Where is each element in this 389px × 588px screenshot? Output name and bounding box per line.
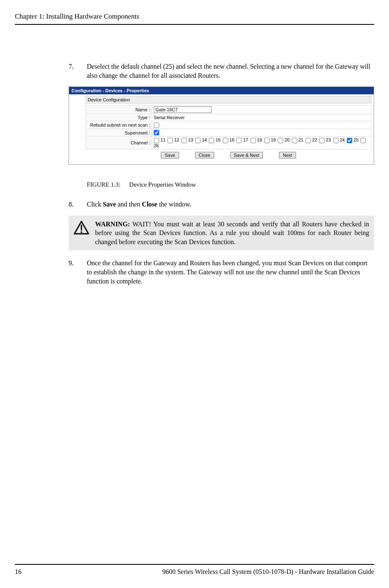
channel-checkbox-25[interactable] <box>347 138 352 143</box>
channel-label: Channel : <box>86 137 152 149</box>
step-number-7: 7. <box>69 62 87 80</box>
name-label: Name : <box>86 106 152 114</box>
channel-option-21[interactable]: 21 <box>292 137 305 142</box>
step-number-8: 8. <box>69 200 87 209</box>
channel-checkbox-18[interactable] <box>251 138 256 143</box>
channel-options: 11 12 13 14 15 16 17 18 19 20 21 22 23 2… <box>152 137 371 149</box>
name-input[interactable] <box>154 106 212 113</box>
step-text-8: Click Save and then Close the window. <box>87 200 374 209</box>
channel-checkbox-23[interactable] <box>319 138 325 143</box>
warning-text: WAIT! You must wait at least 30 seconds … <box>95 221 369 245</box>
channel-checkbox-20[interactable] <box>278 138 283 143</box>
channel-checkbox-14[interactable] <box>195 138 200 143</box>
channel-option-11[interactable]: 11 <box>154 137 167 142</box>
warning-label: WARNING: <box>95 221 130 228</box>
svg-point-2 <box>81 231 82 233</box>
close-button[interactable]: Close <box>195 152 214 158</box>
type-value: Serial Receiver <box>152 114 371 121</box>
channel-option-23[interactable]: 23 <box>319 137 332 142</box>
channel-option-12[interactable]: 12 <box>167 137 180 142</box>
channel-checkbox-17[interactable] <box>236 138 242 143</box>
channel-option-24[interactable]: 24 <box>333 137 346 142</box>
channel-option-20[interactable]: 20 <box>278 137 291 142</box>
device-properties-figure: Configuration - Devices - Properties Dev… <box>69 86 374 165</box>
config-window: Configuration - Devices - Properties Dev… <box>69 86 374 165</box>
save-button[interactable]: Save <box>161 152 179 158</box>
save-next-button[interactable]: Save & Next <box>230 152 263 158</box>
page-footer: 16 9600 Series Wireless Call System (051… <box>15 564 374 576</box>
channel-option-25[interactable]: 25 <box>347 137 360 142</box>
step-number-9: 9. <box>69 259 87 286</box>
channel-option-17[interactable]: 17 <box>236 137 249 142</box>
channel-checkbox-12[interactable] <box>167 138 173 143</box>
properties-table: Name : Type : Serial Receiver Rebuild su… <box>86 105 371 149</box>
rebuild-label: Rebuild subnet on next scan : <box>86 121 152 129</box>
figure-caption: FIGURE 1.3: Device Properties Window <box>69 181 374 188</box>
channel-checkbox-24[interactable] <box>333 138 339 143</box>
supervised-checkbox[interactable] <box>154 130 159 135</box>
channel-option-15[interactable]: 15 <box>209 137 222 142</box>
channel-option-18[interactable]: 18 <box>251 137 263 142</box>
channel-option-13[interactable]: 13 <box>181 137 194 142</box>
warning-icon <box>74 221 89 247</box>
channel-option-16[interactable]: 16 <box>223 137 236 142</box>
channel-option-22[interactable]: 22 <box>305 137 318 142</box>
page-content: 7. Deselect the default channel (25) and… <box>15 62 374 286</box>
channel-checkbox-21[interactable] <box>292 138 297 143</box>
type-label: Type : <box>86 114 152 121</box>
supervised-label: Supervised : <box>86 129 152 137</box>
document-title: 9600 Series Wireless Call System (0510-1… <box>162 568 374 576</box>
warning-callout: WARNING: WAIT! You must wait at least 30… <box>69 216 374 251</box>
channel-checkbox-16[interactable] <box>223 138 228 143</box>
step-text-9: Once the channel for the Gateway and Rou… <box>87 259 374 286</box>
window-titlebar: Configuration - Devices - Properties <box>69 87 374 94</box>
rebuild-checkbox[interactable] <box>154 122 159 128</box>
channel-checkbox-11[interactable] <box>154 138 159 143</box>
page-number: 16 <box>15 568 21 576</box>
figure-title: Device Properties Window <box>129 181 196 188</box>
next-button[interactable]: Next <box>279 152 296 158</box>
channel-checkbox-19[interactable] <box>264 138 270 143</box>
channel-checkbox-15[interactable] <box>209 138 214 143</box>
section-title: Device Configuration <box>86 96 371 103</box>
figure-number: FIGURE 1.3: <box>87 181 120 188</box>
channel-option-14[interactable]: 14 <box>195 137 208 142</box>
channel-checkbox-13[interactable] <box>181 138 187 143</box>
channel-option-19[interactable]: 19 <box>264 137 277 142</box>
chapter-header: Chapter 1: Installing Hardware Component… <box>15 12 374 25</box>
step-text-7: Deselect the default channel (25) and se… <box>87 62 374 80</box>
channel-checkbox-26[interactable] <box>360 138 366 143</box>
channel-checkbox-22[interactable] <box>305 138 311 143</box>
